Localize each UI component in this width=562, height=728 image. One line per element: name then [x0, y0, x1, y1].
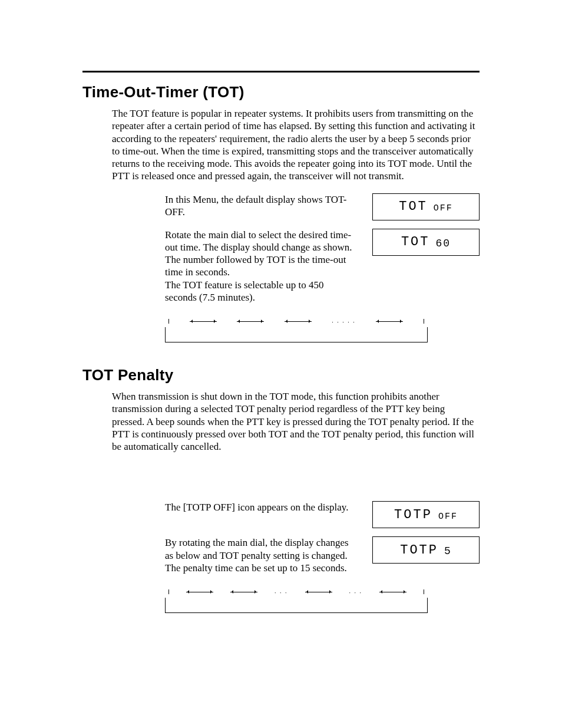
- flow-arrow-both-icon: [285, 321, 312, 322]
- section-intro-tot: The TOT feature is popular in repeater s…: [112, 107, 480, 183]
- section-title-totp: TOT Penalty: [82, 366, 480, 384]
- flow-arrow-both-icon: [237, 321, 264, 322]
- flow-tick: [424, 589, 424, 594]
- flow-arrows: · · · · ·: [165, 321, 428, 327]
- lcd-main-label: TOTP: [394, 508, 432, 522]
- step-row-tot-1: In this Menu, the default display shows …: [165, 193, 480, 220]
- step-row-totp-2: By rotating the main dial, the display c…: [165, 536, 480, 574]
- flow-bracket: [165, 327, 428, 342]
- flow-dots: · · ·: [349, 589, 363, 595]
- menu-flow-diagram-tot: · · · · ·: [165, 318, 480, 342]
- lcd-sub-label: OFF: [434, 203, 453, 213]
- flow-arrow-both-icon: [305, 592, 332, 592]
- step-text: By rotating the main dial, the display c…: [165, 536, 355, 574]
- lcd-main-label: TOT: [399, 199, 428, 214]
- flow-arrows: · · · · · ·: [165, 592, 428, 598]
- flow-arrow-both-icon: [376, 321, 403, 322]
- flow-bracket: [165, 598, 428, 613]
- section-intro-totp: When transmission is shut down in the TO…: [112, 390, 480, 453]
- step-row-tot-2: Rotate the main dial to select the desir…: [165, 229, 480, 304]
- flow-arrow-both-icon: [186, 592, 213, 592]
- lcd-display-totp-off: TOTP OFF: [372, 501, 480, 528]
- spacer: [82, 463, 480, 493]
- step-text: The [TOTP OFF] icon appears on the displ…: [165, 501, 355, 513]
- step-row-totp-1: The [TOTP OFF] icon appears on the displ…: [165, 501, 480, 528]
- lcd-sub-label: OFF: [438, 512, 458, 522]
- lcd-main-label: TOT: [401, 235, 430, 249]
- lcd-sub-label: 60: [436, 238, 451, 249]
- flow-tick: [168, 589, 169, 594]
- flow-tick: [424, 319, 424, 324]
- top-rule: [82, 71, 480, 73]
- lcd-main-label: TOTP: [400, 543, 438, 558]
- step-text: Rotate the main dial to select the desir…: [165, 229, 355, 304]
- lcd-display-tot-off: TOT OFF: [372, 193, 480, 220]
- section-title-tot: Time-Out-Timer (TOT): [82, 83, 480, 101]
- lcd-display-totp-5: TOTP 5: [372, 536, 480, 564]
- flow-tick: [168, 319, 169, 324]
- flow-arrow-both-icon: [190, 321, 217, 322]
- lcd-display-tot-60: TOT 60: [372, 229, 480, 256]
- flow-dots: · · · · ·: [332, 319, 356, 325]
- flow-arrow-both-icon: [230, 592, 257, 592]
- menu-flow-diagram-totp: · · · · · ·: [165, 588, 480, 613]
- page-container: Time-Out-Timer (TOT) The TOT feature is …: [0, 0, 562, 684]
- flow-arrow-both-icon: [379, 592, 406, 592]
- step-text: In this Menu, the default display shows …: [165, 193, 355, 219]
- lcd-sub-label: 5: [444, 545, 452, 557]
- flow-dots: · · ·: [275, 589, 288, 595]
